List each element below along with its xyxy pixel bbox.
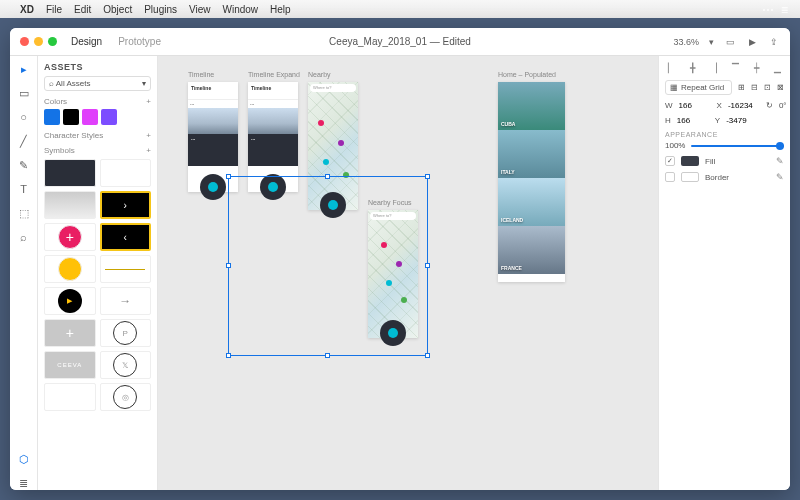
border-swatch[interactable] xyxy=(681,172,699,182)
symbol-thumb[interactable] xyxy=(44,255,96,283)
rectangle-tool-icon[interactable]: ▭ xyxy=(17,86,31,100)
symbol-thumb[interactable]: + xyxy=(44,319,96,347)
menubar-extras-icon[interactable]: ⋯ ≡ xyxy=(762,3,790,17)
symbol-thumb[interactable]: P xyxy=(100,319,152,347)
fill-checkbox[interactable] xyxy=(665,156,675,166)
artboard-label[interactable]: Timeline xyxy=(188,71,214,78)
titlebar: Design Prototype Ceeya_May_2018_01 — Edi… xyxy=(10,28,790,56)
color-swatch[interactable] xyxy=(101,109,117,125)
colors-section-label: Colors xyxy=(44,97,67,106)
opacity-slider[interactable] xyxy=(691,145,784,147)
menu-window[interactable]: Window xyxy=(222,4,258,15)
symbol-thumb[interactable] xyxy=(44,191,96,219)
eyedropper-icon[interactable]: ✎ xyxy=(776,156,784,166)
opacity-value[interactable]: 100% xyxy=(665,141,685,150)
align-top-icon[interactable]: ▔ xyxy=(729,62,741,74)
width-input[interactable] xyxy=(679,101,711,110)
menu-object[interactable]: Object xyxy=(103,4,132,15)
intersect-icon[interactable]: ⊡ xyxy=(764,83,771,92)
menu-plugins[interactable]: Plugins xyxy=(144,4,177,15)
tab-prototype[interactable]: Prototype xyxy=(118,36,161,47)
zoom-chevron-icon[interactable]: ▾ xyxy=(709,37,714,47)
assets-filter-dropdown[interactable]: ⌕ All Assets▾ xyxy=(44,76,151,91)
artboard-nearby-focus[interactable]: Nearby Focus Where to? xyxy=(368,210,418,338)
symbol-thumb[interactable]: ‹ xyxy=(100,223,152,251)
menu-help[interactable]: Help xyxy=(270,4,291,15)
fab-icon xyxy=(380,320,406,346)
add-symbol-button[interactable]: + xyxy=(146,146,151,155)
symbol-thumb[interactable]: + xyxy=(44,223,96,251)
symbol-thumb[interactable] xyxy=(100,159,152,187)
rotate-icon[interactable]: ↻ xyxy=(766,101,773,110)
artboard-label[interactable]: Nearby Focus xyxy=(368,199,412,206)
y-input[interactable] xyxy=(726,116,758,125)
border-checkbox[interactable] xyxy=(665,172,675,182)
align-left-icon[interactable]: ▏ xyxy=(665,62,677,74)
add-charstyle-button[interactable]: + xyxy=(146,131,151,140)
zoom-level[interactable]: 33.6% xyxy=(673,37,699,47)
menu-file[interactable]: File xyxy=(46,4,62,15)
menu-view[interactable]: View xyxy=(189,4,211,15)
add-color-button[interactable]: + xyxy=(146,97,151,106)
align-right-icon[interactable]: ▕ xyxy=(708,62,720,74)
artboard-label[interactable]: Home – Populated xyxy=(498,71,556,78)
color-swatch[interactable] xyxy=(82,109,98,125)
app-menu[interactable]: XD xyxy=(20,4,34,15)
x-input[interactable] xyxy=(728,101,760,110)
artboard-label[interactable]: Timeline Expand xyxy=(248,71,300,78)
window-controls xyxy=(20,37,57,46)
ellipse-tool-icon[interactable]: ○ xyxy=(17,110,31,124)
layers-toggle-icon[interactable]: ≣ xyxy=(17,476,31,490)
artboard-nearby[interactable]: Nearby Where to? xyxy=(308,82,358,210)
pen-tool-icon[interactable]: ✎ xyxy=(17,158,31,172)
artboard-home[interactable]: Home – Populated CUBA ITALY ICELAND FRAN… xyxy=(498,82,565,282)
align-center-v-icon[interactable]: ┿ xyxy=(751,62,763,74)
exclude-icon[interactable]: ⊠ xyxy=(777,83,784,92)
y-label: Y xyxy=(715,116,720,125)
artboard-timeline-expand[interactable]: Timeline Expand Timeline ••• ••• xyxy=(248,82,298,192)
zoom-tool-icon[interactable]: ⌕ xyxy=(17,230,31,244)
text-tool-icon[interactable]: T xyxy=(17,182,31,196)
artboard-timeline[interactable]: Timeline Timeline ••• ••• xyxy=(188,82,238,192)
symbol-thumb[interactable] xyxy=(44,383,96,411)
maximize-window-button[interactable] xyxy=(48,37,57,46)
menu-edit[interactable]: Edit xyxy=(74,4,91,15)
search-field: Where to? xyxy=(370,212,416,220)
symbol-thumb[interactable] xyxy=(100,255,152,283)
symbol-thumb[interactable]: ◎ xyxy=(100,383,152,411)
minimize-window-button[interactable] xyxy=(34,37,43,46)
height-input[interactable] xyxy=(677,116,709,125)
symbol-thumb[interactable]: ▶ xyxy=(44,287,96,315)
symbol-thumb[interactable] xyxy=(100,287,152,315)
align-center-h-icon[interactable]: ╋ xyxy=(686,62,698,74)
document-title: Ceeya_May_2018_01 — Edited xyxy=(329,36,471,47)
add-icon[interactable]: ⊞ xyxy=(738,83,745,92)
subtract-icon[interactable]: ⊟ xyxy=(751,83,758,92)
close-window-button[interactable] xyxy=(20,37,29,46)
symbol-thumb[interactable]: › xyxy=(100,191,152,219)
device-preview-icon[interactable]: ▭ xyxy=(724,36,736,48)
share-icon[interactable]: ⇪ xyxy=(768,36,780,48)
color-swatch[interactable] xyxy=(44,109,60,125)
charstyles-section-label: Character Styles xyxy=(44,131,103,140)
select-tool-icon[interactable]: ▸ xyxy=(17,62,31,76)
line-tool-icon[interactable]: ╱ xyxy=(17,134,31,148)
artboard-label[interactable]: Nearby xyxy=(308,71,331,78)
fill-swatch[interactable] xyxy=(681,156,699,166)
assets-toggle-icon[interactable]: ⬡ xyxy=(17,452,31,466)
symbol-thumb[interactable]: 𝕏 xyxy=(100,351,152,379)
card-label: ICELAND xyxy=(501,217,523,223)
rotation-value[interactable]: 0° xyxy=(779,101,787,110)
artboard-tool-icon[interactable]: ⬚ xyxy=(17,206,31,220)
align-bottom-icon[interactable]: ▁ xyxy=(772,62,784,74)
symbol-thumb[interactable] xyxy=(44,159,96,187)
color-swatch[interactable] xyxy=(63,109,79,125)
card-label: ITALY xyxy=(501,169,515,175)
chevron-down-icon: ▾ xyxy=(142,79,146,88)
symbol-thumb[interactable]: CEEVA xyxy=(44,351,96,379)
tab-design[interactable]: Design xyxy=(71,36,102,47)
play-preview-icon[interactable]: ▶ xyxy=(746,36,758,48)
repeat-grid-button[interactable]: ▦ Repeat Grid xyxy=(665,80,732,95)
canvas[interactable]: Timeline Timeline ••• ••• Timeline Expan… xyxy=(158,56,658,490)
eyedropper-icon[interactable]: ✎ xyxy=(776,172,784,182)
